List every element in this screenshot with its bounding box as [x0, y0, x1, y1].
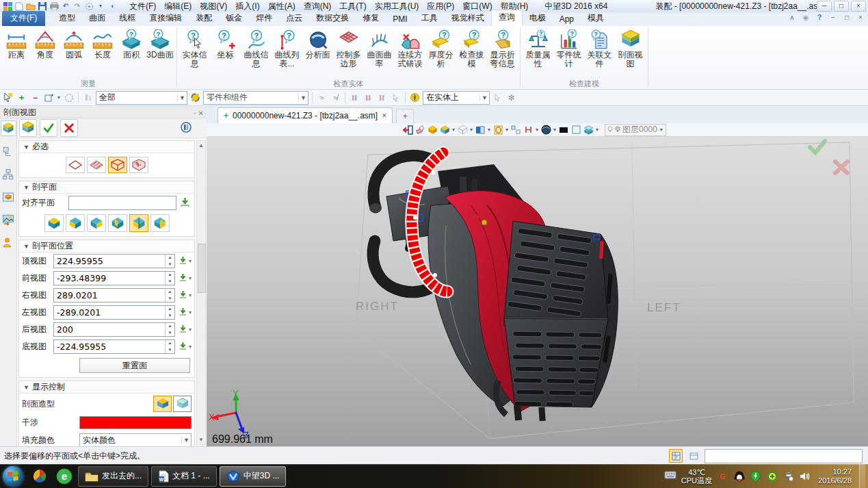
plane-cube-corner-icon[interactable] — [150, 214, 170, 232]
curve-list-button[interactable]: 曲线列表... — [272, 27, 302, 79]
scrollbar-thumb[interactable] — [198, 244, 206, 293]
start-button[interactable] — [3, 466, 23, 487]
close-button[interactable]: × — [851, 1, 866, 12]
command-input[interactable] — [705, 449, 863, 463]
mode-corner-icon[interactable] — [129, 157, 148, 173]
section-view-button[interactable]: 剖面视图 — [615, 27, 646, 79]
qq-tray-icon[interactable] — [733, 470, 745, 482]
curvature-button[interactable]: 曲面曲率 — [364, 27, 395, 79]
tab-close-icon[interactable]: × — [382, 111, 386, 120]
assembly-model[interactable] — [369, 153, 618, 421]
section-h-icon[interactable] — [523, 125, 534, 136]
select-dropdown-icon[interactable]: ▾ — [57, 94, 60, 101]
select-box-icon[interactable] — [43, 92, 55, 103]
angle-button[interactable]: 角度 — [31, 27, 60, 79]
chevron-down-icon[interactable]: ▼ — [298, 94, 308, 101]
section-position-header[interactable]: ▼剖平面位置 — [19, 240, 194, 253]
chevron-down-icon[interactable]: ▼ — [479, 94, 489, 101]
filter-scope-combo[interactable]: 全部▼ — [96, 91, 187, 105]
apply-arrow-icon[interactable] — [179, 256, 187, 267]
info-toggle-icon[interactable] — [181, 122, 192, 135]
chevron-down-icon[interactable]: ▾ — [452, 127, 455, 133]
apply-arrow-icon[interactable] — [179, 324, 187, 335]
apply-arrow-icon[interactable] — [180, 197, 190, 209]
ribbon-tab-direct-edit[interactable]: 直接编辑 — [142, 11, 189, 26]
remove-selection-icon[interactable]: − — [29, 92, 41, 103]
align-plane-input[interactable] — [68, 196, 176, 210]
entity-filter-combo[interactable]: 零件和组件▼ — [203, 91, 308, 105]
view-manager-icon[interactable] — [1, 212, 16, 227]
scroll-up-icon[interactable]: ▲ — [197, 141, 205, 150]
length-button[interactable]: 长度 — [88, 27, 117, 79]
new-tab-button[interactable]: + — [396, 109, 414, 123]
plane-cube-top-icon[interactable] — [44, 214, 64, 232]
settings-icon[interactable]: ◉ — [801, 14, 811, 21]
browser-icon[interactable]: e — [54, 467, 75, 486]
front-view-input[interactable] — [54, 272, 165, 285]
shield-tray-icon[interactable] — [750, 470, 761, 482]
mdi-close-icon[interactable]: × — [856, 14, 865, 21]
ribbon-tab-visualize[interactable]: 视觉样式 — [445, 11, 491, 26]
chevron-down-icon[interactable]: ▾ — [596, 127, 599, 133]
reset-plane-button[interactable]: 重置面 — [79, 358, 190, 373]
view-plane-icon[interactable] — [475, 125, 486, 136]
chevron-down-icon[interactable]: ▾ — [189, 292, 192, 298]
new-file-icon[interactable] — [14, 1, 24, 11]
chevron-down-icon[interactable]: ▾ — [553, 127, 556, 133]
ribbon-tab-inquire[interactable]: 查询 — [491, 10, 523, 26]
app-logo-icon[interactable] — [3, 1, 12, 11]
mode-plane-icon[interactable] — [66, 157, 85, 173]
spinner[interactable]: ▲▼ — [165, 289, 174, 302]
left-view-input[interactable] — [54, 306, 165, 319]
part-statistics-button[interactable]: 零件统计 — [553, 27, 584, 79]
exit-section-icon[interactable] — [402, 125, 413, 136]
chevron-down-icon[interactable]: ▾ — [470, 127, 473, 133]
green-plus-tray-icon[interactable] — [766, 470, 778, 482]
chevron-down-icon[interactable]: ▾ — [189, 344, 192, 350]
assistant-tray-icon[interactable] — [782, 470, 794, 482]
chevron-down-icon[interactable]: ▼ — [177, 94, 187, 101]
bottom-view-input[interactable] — [54, 340, 165, 353]
apply-arrow-icon[interactable] — [179, 290, 187, 301]
open-file-icon[interactable] — [26, 1, 36, 11]
ribbon-tab-point-cloud[interactable]: 点云 — [279, 11, 309, 26]
bend-info-button[interactable]: 显示折弯信息 — [487, 27, 518, 79]
cpu-temp-readout[interactable]: 43℃CPU温度 — [681, 468, 712, 485]
add-selection-icon[interactable]: ＋ — [16, 92, 27, 103]
chevron-down-icon[interactable]: ▾ — [505, 127, 508, 133]
cancel-button[interactable] — [60, 119, 78, 137]
chevron-down-icon[interactable]: ▾ — [189, 309, 192, 316]
chevron-down-icon[interactable]: ▼ — [181, 437, 191, 444]
history-manager-icon[interactable] — [1, 144, 16, 159]
apply-arrow-icon[interactable] — [179, 273, 187, 284]
linked-files-button[interactable]: 关联文件 — [584, 27, 615, 79]
selection-filter-icon[interactable] — [84, 1, 94, 11]
ribbon-tab-data-exchange[interactable]: 数据交换 — [309, 11, 356, 26]
filter-column-icon[interactable] — [82, 92, 94, 103]
ribbon-tab-assembly[interactable]: 装配 — [189, 11, 219, 26]
chevron-down-icon[interactable]: ▾ — [536, 127, 538, 133]
control-polygon-button[interactable]: 控制多边形 — [333, 27, 364, 79]
ribbon-tab-sheet-metal[interactable]: 钣金 — [219, 11, 249, 26]
volume-tray-icon[interactable] — [799, 470, 811, 482]
plane-cube-left-icon[interactable] — [66, 214, 85, 232]
ribbon-tab-mold[interactable]: 模具 — [581, 11, 611, 26]
render-globe-icon[interactable] — [540, 125, 551, 136]
draft-check-button[interactable]: 检查拔模 — [456, 27, 487, 79]
right-view-input[interactable] — [54, 289, 165, 302]
curve-info-button[interactable]: 曲线信息 — [241, 27, 272, 79]
pick-arrow-icon[interactable] — [2, 92, 14, 103]
spinner[interactable]: ▲▼ — [165, 340, 174, 353]
layer-combo[interactable]: 图层0000 ▾ — [605, 124, 666, 136]
pinwheel-app-icon[interactable] — [29, 467, 50, 486]
mode-box-icon[interactable] — [108, 157, 127, 173]
taskbar-item-folder[interactable]: 发出去的... — [78, 466, 148, 487]
command-panel-icon[interactable]: ◖ — [107, 1, 117, 11]
ribbon-tab-electrode[interactable]: 电极 — [523, 11, 553, 26]
mdi-minimize-icon[interactable]: − — [828, 14, 838, 21]
section-required-header[interactable]: ▼必选 — [19, 141, 194, 153]
spinner[interactable]: ▲▼ — [165, 255, 174, 268]
background-black-icon[interactable] — [558, 125, 569, 136]
fill-color-combo[interactable]: 实体颜色▼ — [79, 433, 192, 446]
ribbon-tab-wireframe[interactable]: 线框 — [112, 11, 142, 26]
